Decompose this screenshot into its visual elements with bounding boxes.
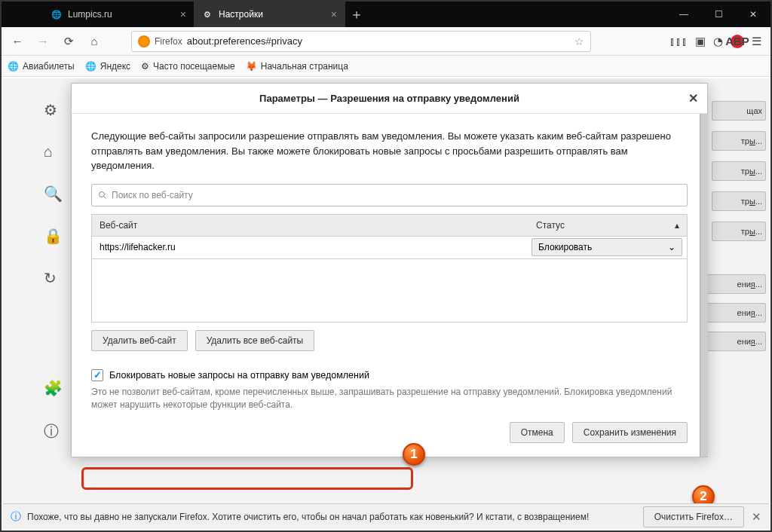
info-icon: ⓘ: [11, 510, 21, 524]
remove-site-button[interactable]: Удалить веб-сайт: [91, 330, 188, 351]
gear-icon: ⚙: [141, 61, 149, 72]
home-button[interactable]: ⌂: [83, 30, 106, 53]
col-status[interactable]: Статус▴: [528, 220, 687, 231]
home-icon[interactable]: ⌂: [44, 143, 63, 161]
bg-buttons-top: щах тры... тры... тры... тры...: [712, 101, 766, 241]
table-header: Веб-сайт Статус▴: [91, 214, 688, 237]
search-icon[interactable]: 🔍: [44, 185, 63, 203]
bg-btn: ения...: [703, 274, 766, 294]
bg-btn: тры...: [712, 161, 766, 181]
gear-icon[interactable]: ⚙: [44, 101, 63, 119]
firefox-icon: [138, 35, 150, 47]
bg-btn: тры...: [712, 191, 766, 211]
close-icon[interactable]: ×: [331, 8, 337, 20]
sync-icon[interactable]: ↻: [44, 269, 63, 287]
close-icon[interactable]: ×: [180, 8, 186, 20]
maximize-button[interactable]: ☐: [701, 2, 736, 27]
prefs-sidebar: ⚙ ⌂ 🔍 🔒 ↻ 🧩 ⓘ: [44, 101, 63, 442]
tab-lumpics[interactable]: 🌐 Lumpics.ru ×: [44, 2, 195, 27]
tab-settings[interactable]: ⚙ Настройки ×: [195, 2, 345, 27]
annotation-box-1: [81, 467, 413, 490]
back-button[interactable]: ←: [6, 30, 29, 53]
globe-icon: 🌐: [8, 61, 19, 72]
lock-icon[interactable]: 🔒: [44, 227, 63, 245]
close-window-button[interactable]: ✕: [736, 2, 770, 27]
search-icon: [98, 191, 107, 200]
library-icon[interactable]: ⫿⫿⫿: [669, 35, 688, 47]
help-icon[interactable]: ⓘ: [44, 421, 63, 442]
bookmark-startpage[interactable]: 🦊Начальная страница: [246, 61, 348, 72]
content-area: ⚙ ⌂ 🔍 🔒 ↻ 🧩 ⓘ щах тры... тры... тры... т…: [3, 78, 769, 503]
close-icon[interactable]: ✕: [688, 91, 698, 105]
table-blank: [91, 259, 688, 323]
remove-all-button[interactable]: Удалить все веб-сайты: [195, 330, 315, 351]
minimize-button[interactable]: —: [666, 2, 701, 27]
save-button[interactable]: Сохранить изменения: [572, 422, 688, 443]
url-address: about:preferences#privacy: [187, 35, 574, 47]
refresh-firefox-button[interactable]: Очистить Firefox…: [643, 506, 744, 527]
dialog-title: Параметры — Разрешения на отправку уведо…: [259, 93, 519, 104]
block-new-checkbox[interactable]: ✓: [91, 369, 103, 381]
info-message: Похоже, что вы давно не запускали Firefo…: [27, 512, 589, 522]
info-bar: ⓘ Похоже, что вы давно не запускали Fire…: [3, 503, 769, 529]
search-input[interactable]: Поиск по веб-сайту: [91, 184, 688, 206]
globe-icon: 🌐: [85, 61, 96, 72]
bookmark-flights[interactable]: 🌐Авиабилеты: [8, 61, 75, 72]
checkbox-hint: Это не позволит веб-сайтам, кроме перечи…: [91, 386, 688, 412]
favicon-lumpics: 🌐: [51, 9, 62, 20]
bookmark-yandex[interactable]: 🌐Яндекс: [85, 61, 130, 72]
chevron-down-icon: ⌄: [668, 242, 676, 252]
url-identity: Firefox: [155, 36, 182, 47]
table-row[interactable]: https://lifehacker.ru Блокировать ⌄: [91, 237, 688, 259]
search-placeholder: Поиск по веб-сайту: [112, 190, 193, 200]
titlebar: 🌐 Lumpics.ru × ⚙ Настройки × ＋ — ☐ ✕: [2, 2, 770, 27]
checkbox-label: Блокировать новые запросы на отправку ва…: [109, 370, 369, 381]
annotation-badge-1: 1: [403, 443, 425, 466]
status-value: Блокировать: [538, 242, 592, 252]
bg-btn: ения...: [703, 303, 766, 323]
status-select[interactable]: Блокировать ⌄: [532, 238, 682, 256]
scrollbar-thumb[interactable]: [700, 117, 707, 154]
new-tab-button[interactable]: ＋: [345, 2, 368, 27]
tab-label: Lumpics.ru: [68, 9, 112, 20]
reload-button[interactable]: ⟳: [57, 30, 80, 53]
bg-btn: ения...: [703, 332, 766, 351]
dialog-title-bar: Параметры — Разрешения на отправку уведо…: [72, 84, 707, 114]
abp-icon[interactable]: ABP: [731, 35, 744, 48]
bookmark-star-icon[interactable]: ☆: [574, 35, 584, 47]
permissions-dialog: Параметры — Разрешения на отправку уведо…: [71, 83, 708, 457]
cancel-button[interactable]: Отмена: [510, 422, 565, 443]
url-bar[interactable]: Firefox about:preferences#privacy ☆: [131, 31, 591, 52]
svg-line-1: [104, 196, 106, 198]
cell-site: https://lifehacker.ru: [92, 242, 528, 252]
dialog-description: Следующие веб-сайты запросили разрешение…: [91, 129, 688, 173]
bookmark-topsites[interactable]: ⚙Часто посещаемые: [141, 61, 235, 72]
sidebar-icon[interactable]: ▣: [695, 35, 706, 48]
firefox-icon: 🦊: [246, 61, 257, 72]
col-website[interactable]: Веб-сайт: [92, 220, 528, 231]
forward-button: →: [32, 30, 54, 53]
bg-btn: тры...: [712, 131, 766, 151]
sort-icon: ▴: [675, 220, 679, 231]
annotation-badge-2: 2: [692, 485, 715, 503]
menu-icon[interactable]: ☰: [752, 35, 761, 48]
account-icon[interactable]: ◔: [713, 35, 723, 48]
tab-label: Настройки: [219, 9, 263, 20]
bg-btn: щах: [712, 101, 766, 121]
navbar: ← → ⟳ ⌂ Firefox about:preferences#privac…: [2, 27, 770, 56]
close-icon[interactable]: ✕: [752, 510, 761, 524]
extensions-icon[interactable]: 🧩: [44, 379, 63, 397]
gear-icon: ⚙: [202, 9, 213, 20]
svg-point-0: [100, 191, 105, 197]
bg-buttons-mid: ения... ения... ения...: [703, 274, 766, 351]
bookmarks-bar: 🌐Авиабилеты 🌐Яндекс ⚙Часто посещаемые 🦊Н…: [2, 56, 770, 77]
bg-btn: тры...: [712, 222, 766, 241]
